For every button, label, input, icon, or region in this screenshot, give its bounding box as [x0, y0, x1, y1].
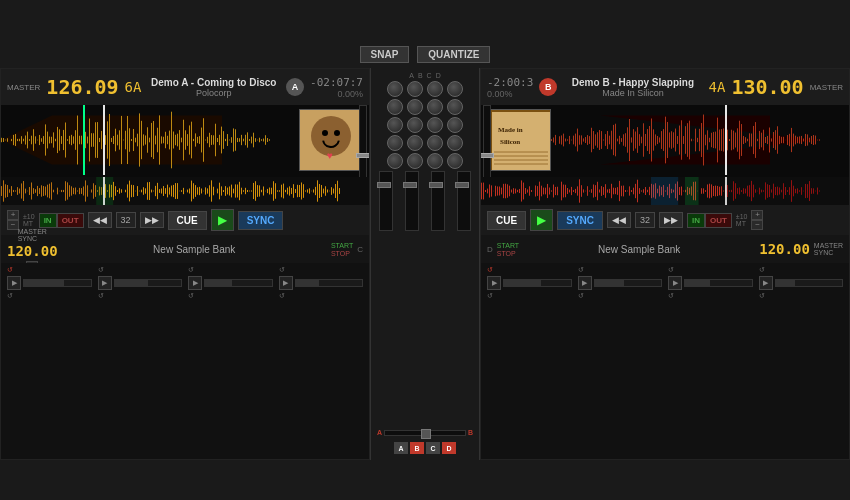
sync-button-b[interactable]: SYNC: [557, 211, 603, 230]
prev-loop-b[interactable]: ◀◀: [607, 212, 631, 228]
pad-slider-b-2[interactable]: [594, 279, 663, 287]
start-lbl-a[interactable]: START: [331, 242, 353, 249]
pad-slider-b-3[interactable]: [684, 279, 753, 287]
pad-col-3: ↺ ▶ ↺: [188, 266, 273, 320]
pitch-thumb-a[interactable]: [356, 153, 369, 158]
out-button-a[interactable]: OUT: [57, 213, 84, 228]
pad-btn-4[interactable]: ▶: [279, 276, 293, 290]
deck-c-label: C: [357, 245, 363, 254]
gain-knob-c[interactable]: [427, 81, 443, 97]
next-loop-b[interactable]: ▶▶: [659, 212, 683, 228]
fader-a[interactable]: [379, 171, 393, 231]
eq-mid-c[interactable]: [427, 117, 443, 133]
pad-btn-b-2[interactable]: ▶: [578, 276, 592, 290]
pad-btn-b-1[interactable]: ▶: [487, 276, 501, 290]
crossfader[interactable]: [384, 430, 466, 436]
eq-low-b[interactable]: [407, 135, 423, 151]
pad-btn-3[interactable]: ▶: [188, 276, 202, 290]
main-area: MASTER 126.09 6A Demo A - Coming to Disc…: [0, 68, 850, 460]
time-a: -02:07:7: [310, 76, 363, 89]
stop-lbl-b[interactable]: STOP: [497, 250, 519, 257]
eq-mid-b[interactable]: [407, 117, 423, 133]
cue-button-a[interactable]: CUE: [168, 211, 207, 230]
fader-thumb-a[interactable]: [377, 182, 391, 188]
pad-slider-4[interactable]: [295, 279, 364, 287]
eq-high-c[interactable]: [427, 99, 443, 115]
filter-a[interactable]: [387, 153, 403, 169]
filter-b[interactable]: [407, 153, 423, 169]
pad-btn-1[interactable]: ▶: [7, 276, 21, 290]
pad-btn-b-3[interactable]: ▶: [668, 276, 682, 290]
sync-button-a[interactable]: SYNC: [238, 211, 284, 230]
pitch-thumb-b[interactable]: [481, 153, 494, 158]
eq-high-d[interactable]: [447, 99, 463, 115]
gain-knob-a[interactable]: [387, 81, 403, 97]
fader-d[interactable]: [457, 171, 471, 231]
in-button-a[interactable]: IN: [39, 213, 57, 228]
pad-active-4[interactable]: ↺: [279, 266, 364, 274]
pad-loop-b-4[interactable]: ↺: [759, 292, 844, 300]
prev-loop-a[interactable]: ◀◀: [88, 212, 112, 228]
crossfader-thumb[interactable]: [421, 429, 431, 439]
fader-b[interactable]: [405, 171, 419, 231]
pad-slider-b-1[interactable]: [503, 279, 572, 287]
channel-faders: [373, 171, 477, 425]
cue-button-b[interactable]: CUE: [487, 211, 526, 230]
deck-assign-c[interactable]: C: [426, 442, 440, 454]
eq-low-c[interactable]: [427, 135, 443, 151]
pad-slider-1[interactable]: [23, 279, 92, 287]
pad-active-b-3[interactable]: ↺: [668, 266, 753, 274]
waveform-b: [481, 105, 849, 205]
pad-loop-2[interactable]: ↺: [98, 292, 183, 300]
pad-active-b-1[interactable]: ↺: [487, 266, 572, 274]
deck-assign-d[interactable]: D: [442, 442, 456, 454]
deck-assign-b[interactable]: B: [410, 442, 424, 454]
pad-loop-b-1[interactable]: ↺: [487, 292, 572, 300]
play-button-a[interactable]: ▶: [211, 209, 234, 231]
fader-thumb-c[interactable]: [429, 182, 443, 188]
play-button-b[interactable]: ▶: [530, 209, 553, 231]
pad-btn-b-4[interactable]: ▶: [759, 276, 773, 290]
pad-loop-b-2[interactable]: ↺: [578, 292, 663, 300]
pad-btn-2[interactable]: ▶: [98, 276, 112, 290]
gain-knob-b[interactable]: [407, 81, 423, 97]
vol-plus-b[interactable]: +: [751, 210, 763, 220]
stop-lbl-a[interactable]: STOP: [331, 250, 353, 257]
pad-slider-3[interactable]: [204, 279, 273, 287]
pad-loop-1[interactable]: ↺: [7, 292, 92, 300]
quantize-button[interactable]: QUANTIZE: [417, 46, 490, 63]
eq-high-a[interactable]: [387, 99, 403, 115]
filter-d[interactable]: [447, 153, 463, 169]
pad-active-b-4[interactable]: ↺: [759, 266, 844, 274]
next-loop-a[interactable]: ▶▶: [140, 212, 164, 228]
eq-mid-a[interactable]: [387, 117, 403, 133]
pad-slider-b-4[interactable]: [775, 279, 844, 287]
pad-slider-2[interactable]: [114, 279, 183, 287]
pad-loop-4[interactable]: ↺: [279, 292, 364, 300]
fader-c[interactable]: [431, 171, 445, 231]
eq-low-a[interactable]: [387, 135, 403, 151]
in-button-b[interactable]: IN: [687, 213, 705, 228]
start-lbl-b[interactable]: START: [497, 242, 519, 249]
pad-loop-3[interactable]: ↺: [188, 292, 273, 300]
mixer-ch-labels: A B C D: [409, 72, 440, 79]
eq-high-b[interactable]: [407, 99, 423, 115]
master-label-b: MASTER: [810, 83, 843, 92]
deck-assign-a[interactable]: A: [394, 442, 408, 454]
gain-knob-d[interactable]: [447, 81, 463, 97]
vol-minus-b[interactable]: −: [751, 220, 763, 230]
pad-active-2[interactable]: ↺: [98, 266, 183, 274]
pad-active-1[interactable]: ↺: [7, 266, 92, 274]
vol-plus-a[interactable]: +: [7, 210, 19, 220]
out-button-b[interactable]: OUT: [705, 213, 732, 228]
album-art-b: [489, 109, 551, 171]
eq-low-d[interactable]: [447, 135, 463, 151]
snap-button[interactable]: SNAP: [360, 46, 410, 63]
pad-loop-b-3[interactable]: ↺: [668, 292, 753, 300]
filter-c[interactable]: [427, 153, 443, 169]
fader-thumb-d[interactable]: [455, 182, 469, 188]
pad-active-b-2[interactable]: ↺: [578, 266, 663, 274]
pad-active-3[interactable]: ↺: [188, 266, 273, 274]
eq-mid-d[interactable]: [447, 117, 463, 133]
fader-thumb-b[interactable]: [403, 182, 417, 188]
